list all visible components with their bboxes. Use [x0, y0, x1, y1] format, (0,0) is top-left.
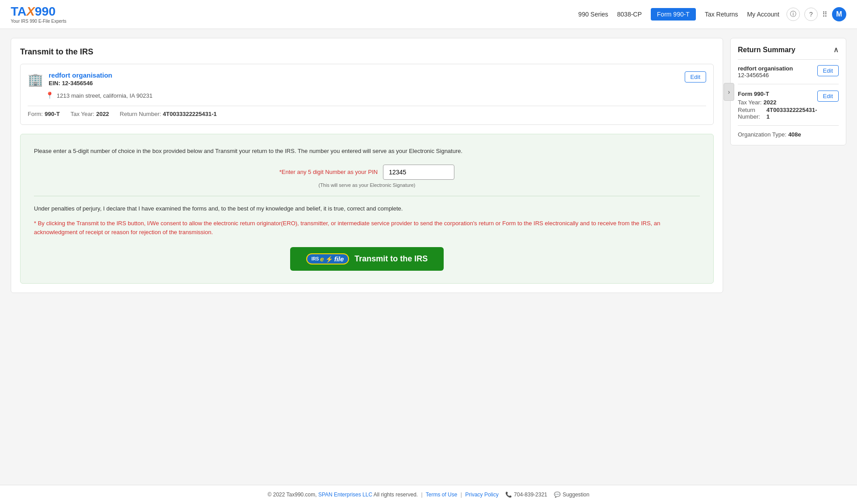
- footer-suggestion[interactable]: 💬 Suggestion: [554, 492, 589, 498]
- footer-divider-1: |: [421, 492, 423, 498]
- sidebar-title-text: Return Summary: [738, 46, 795, 54]
- pin-instruction: Please enter a 5-digit number of choice …: [34, 147, 700, 156]
- footer-privacy-link[interactable]: Privacy Policy: [465, 492, 499, 498]
- sidebar-org-edit-button[interactable]: Edit: [817, 65, 839, 76]
- sidebar-inner: Return Summary ∧ redfort organisation 12…: [731, 38, 846, 145]
- info-icon[interactable]: ⓘ: [786, 8, 800, 21]
- sidebar-return-value: 4T0033322225431-1: [766, 107, 817, 120]
- ein-label: EIN:: [49, 80, 60, 87]
- nav-form990t[interactable]: Form 990-T: [651, 8, 696, 21]
- form-value: 990-T: [45, 111, 60, 117]
- sidebar-divider-2: [738, 84, 839, 84]
- efile-irs-text: IRS: [312, 256, 319, 261]
- main-nav: 990 Series 8038-CP Form 990-T Tax Return…: [578, 8, 779, 21]
- efile-e-text: e: [320, 255, 324, 263]
- org-meta: Form: 990-T Tax Year: 2022 Return Number…: [28, 111, 706, 117]
- apps-icon[interactable]: ⠿: [822, 10, 828, 19]
- main-content: Transmit to the IRS 🏢 redfort organisati…: [11, 38, 723, 476]
- sidebar-org-type-row: Organization Type: 408e: [738, 131, 839, 138]
- avatar[interactable]: M: [832, 7, 846, 21]
- nav-990-series[interactable]: 990 Series: [578, 11, 608, 18]
- logo-x: X: [26, 4, 35, 18]
- transmit-label: Transmit to the IRS: [354, 254, 428, 264]
- suggestion-icon: 💬: [554, 492, 561, 498]
- sidebar-org-type-label: Organization Type:: [738, 131, 786, 138]
- footer-rights: All rights reserved.: [374, 492, 418, 498]
- pin-hint: (This will serve as your Electronic Sign…: [34, 182, 700, 188]
- logo-tagline: Your IRS 990 E-File Experts: [11, 19, 67, 24]
- org-ein: EIN: 12-3456546: [49, 80, 112, 87]
- org-details: redfort organisation EIN: 12-3456546: [49, 71, 112, 87]
- efile-badge: IRS e ⚡ file: [306, 253, 349, 264]
- efile-bolt-icon: ⚡: [325, 256, 333, 263]
- sidebar-form-section: Form 990-T Tax Year: 2022 Return Number:…: [738, 91, 839, 120]
- perjury-text: Under penalties of perjury, I declare th…: [34, 204, 700, 213]
- consent-text: * By clicking the Transmit to the IRS bu…: [34, 219, 700, 236]
- footer-divider-2: |: [461, 492, 462, 498]
- sidebar-org-info: redfort organisation 12-3456546: [738, 65, 793, 78]
- org-meta-form: Form: 990-T: [28, 111, 60, 117]
- main-layout: Transmit to the IRS 🏢 redfort organisati…: [0, 29, 857, 485]
- page-card: Transmit to the IRS 🏢 redfort organisati…: [11, 38, 723, 293]
- org-meta-taxyear: Tax Year: 2022: [71, 111, 109, 117]
- footer-span-link[interactable]: SPAN Enterprises LLC: [318, 492, 372, 498]
- form-label: Form:: [28, 111, 43, 117]
- footer: © 2022 Tax990.com, SPAN Enterprises LLC …: [0, 485, 857, 504]
- sidebar-title: Return Summary ∧: [738, 45, 839, 54]
- sidebar-divider-1: [738, 59, 839, 60]
- org-box: 🏢 redfort organisation EIN: 12-3456546 E…: [20, 64, 714, 125]
- org-header: 🏢 redfort organisation EIN: 12-3456546 E…: [28, 71, 706, 87]
- consent-body: By clicking the Transmit to the IRS butt…: [34, 220, 660, 235]
- sidebar-toggle-button[interactable]: ›: [724, 83, 734, 101]
- sidebar-divider-3: [738, 125, 839, 126]
- sidebar-form-name: Form 990-T: [738, 91, 817, 97]
- org-building-icon: 🏢: [28, 72, 43, 87]
- nav-my-account[interactable]: My Account: [747, 11, 779, 18]
- nav-8038cp[interactable]: 8038-CP: [617, 11, 642, 18]
- logo-tax: TA: [11, 4, 26, 18]
- efile-file-text: file: [334, 255, 344, 263]
- nav-tax-returns[interactable]: Tax Returns: [705, 11, 738, 18]
- return-number-value: 4T0033322225431-1: [163, 111, 217, 117]
- address-pin-icon: 📍: [46, 91, 54, 99]
- org-address: 📍 1213 main street, california, IA 90231: [28, 91, 706, 99]
- help-icon[interactable]: ?: [804, 8, 818, 21]
- pin-label: *Enter any 5 digit Number as your PIN: [279, 169, 378, 175]
- sidebar-org-name: redfort organisation: [738, 65, 793, 72]
- logo-area: TAX990 Your IRS 990 E-File Experts: [11, 5, 67, 24]
- ein-value: 12-3456546: [62, 80, 93, 87]
- pin-divider: [34, 196, 700, 196]
- logo-990: 990: [35, 4, 56, 18]
- pin-input[interactable]: [383, 165, 454, 180]
- header-icons: ⓘ ? ⠿ M: [786, 7, 846, 21]
- transmit-button[interactable]: IRS e ⚡ file Transmit to the IRS: [290, 247, 444, 271]
- pin-section: Please enter a 5-digit number of choice …: [20, 134, 714, 284]
- org-info: 🏢 redfort organisation EIN: 12-3456546: [28, 71, 112, 87]
- org-name: redfort organisation: [49, 71, 112, 79]
- sidebar-form-top: Form 990-T Tax Year: 2022 Return Number:…: [738, 91, 839, 120]
- page-title: Transmit to the IRS: [20, 47, 714, 57]
- org-edit-button[interactable]: Edit: [685, 71, 706, 83]
- sidebar-tax-year-row: Tax Year: 2022: [738, 99, 817, 106]
- header: TAX990 Your IRS 990 E-File Experts 990 S…: [0, 0, 857, 29]
- return-number-label: Return Number:: [120, 111, 161, 117]
- collapse-icon[interactable]: ∧: [833, 45, 839, 54]
- sidebar-tax-year-value: 2022: [764, 99, 777, 106]
- phone-number: 704-839-2321: [514, 492, 547, 498]
- transmit-btn-wrapper: IRS e ⚡ file Transmit to the IRS: [34, 247, 700, 271]
- sidebar-return-row: Return Number: 4T0033322225431-1: [738, 107, 817, 120]
- suggestion-text: Suggestion: [562, 492, 589, 498]
- tax-year-value: 2022: [96, 111, 109, 117]
- sidebar-org-type-value: 408e: [788, 131, 801, 138]
- tax-year-label: Tax Year:: [71, 111, 95, 117]
- sidebar-form-info: Form 990-T Tax Year: 2022 Return Number:…: [738, 91, 817, 120]
- sidebar-tax-year-label: Tax Year:: [738, 99, 762, 106]
- org-meta-return: Return Number: 4T0033322225431-1: [120, 111, 216, 117]
- sidebar-org-section: redfort organisation 12-3456546 Edit: [738, 65, 839, 78]
- footer-phone: 📞 704-839-2321: [505, 492, 547, 498]
- sidebar-form-edit-button[interactable]: Edit: [817, 91, 839, 102]
- logo[interactable]: TAX990: [11, 5, 56, 18]
- footer-terms-link[interactable]: Terms of Use: [426, 492, 458, 498]
- pin-row: *Enter any 5 digit Number as your PIN: [34, 165, 700, 180]
- return-summary-sidebar: › Return Summary ∧ redfort organisation …: [730, 38, 846, 145]
